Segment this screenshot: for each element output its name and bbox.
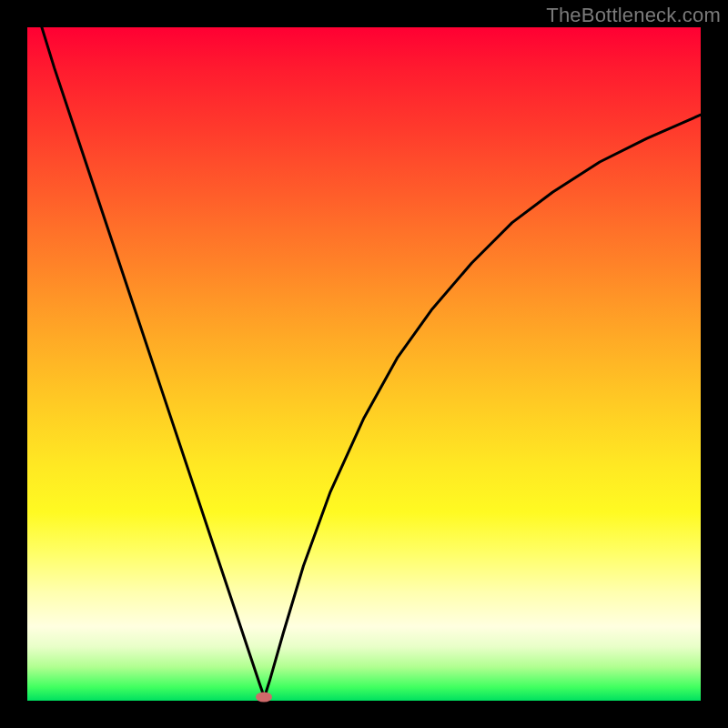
watermark-label: TheBottleneck.com [546,4,721,27]
optimal-point-marker [256,693,272,703]
bottleneck-curve [27,27,701,701]
plot-area [27,27,701,701]
chart-frame: TheBottleneck.com [0,0,728,728]
